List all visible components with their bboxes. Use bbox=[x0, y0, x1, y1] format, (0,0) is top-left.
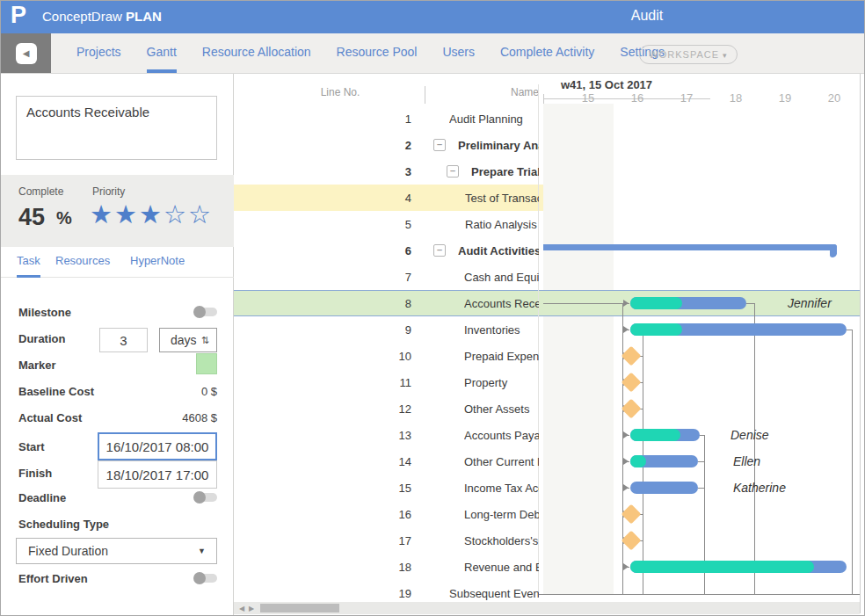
milestone-label: Milestone bbox=[18, 306, 71, 319]
task-name-cell: Long-term Debt bbox=[464, 508, 539, 521]
star-filled-icon[interactable]: ★ bbox=[139, 200, 164, 228]
duration-unit-select[interactable]: days ⇅ bbox=[159, 328, 217, 352]
finish-label: Finish bbox=[18, 467, 52, 480]
timeline-day-label: 16 bbox=[624, 91, 651, 105]
table-row[interactable]: 9Inventories bbox=[234, 316, 543, 343]
task-name-cell: Cash and Equivalents bbox=[464, 271, 539, 284]
timeline-week-label: w41, 15 Oct 2017 bbox=[561, 78, 652, 91]
marker-label: Marker bbox=[18, 359, 56, 372]
milestone-toggle[interactable] bbox=[196, 308, 217, 316]
task-name-cell: Audit Activities bbox=[458, 244, 539, 257]
nav-item-complete-activity[interactable]: Complete Activity bbox=[500, 33, 594, 73]
scheduling-type-select[interactable]: Fixed Duration ▼ bbox=[16, 538, 217, 564]
baseline-cost-value: 0 $ bbox=[133, 385, 217, 398]
table-row[interactable]: 18Revenue and Expenses bbox=[234, 554, 543, 580]
task-name-cell: Income Tax Accruals bbox=[464, 482, 539, 495]
task-bar[interactable] bbox=[630, 323, 847, 336]
dependency-connector bbox=[746, 303, 754, 304]
scroll-right-icon[interactable]: ▶ bbox=[249, 605, 254, 612]
summary-bar-end-hook bbox=[830, 244, 837, 257]
nav-item-resource-pool[interactable]: Resource Pool bbox=[337, 33, 418, 73]
star-empty-icon[interactable]: ☆ bbox=[188, 200, 213, 228]
marker-color-swatch[interactable] bbox=[196, 353, 217, 374]
table-row[interactable]: 16Long-term Debt bbox=[234, 501, 543, 527]
table-row[interactable]: 1Audit Planning bbox=[234, 105, 543, 132]
actual-cost-value: 4608 $ bbox=[133, 411, 217, 424]
priority-stars: ★★★☆☆ bbox=[90, 199, 213, 229]
table-row[interactable]: 6–Audit Activities bbox=[234, 237, 543, 264]
weekend-shading bbox=[543, 104, 614, 594]
task-bar[interactable] bbox=[630, 561, 847, 573]
spinner-icon: ⇅ bbox=[201, 335, 209, 346]
task-bar[interactable] bbox=[630, 297, 746, 309]
table-row[interactable]: 10Prepaid Expenses bbox=[234, 343, 543, 369]
dependency-connector bbox=[543, 303, 623, 304]
task-bar[interactable] bbox=[630, 455, 698, 467]
collapse-left-icon: ◀ bbox=[16, 43, 37, 64]
horizontal-scrollbar[interactable]: ◀ ▶ bbox=[234, 602, 860, 614]
timeline-day-label: 17 bbox=[673, 91, 700, 105]
nav-item-resource-allocation[interactable]: Resource Allocation bbox=[202, 33, 311, 73]
table-row[interactable]: 12Other Assets bbox=[234, 395, 543, 422]
table-row[interactable]: 13Accounts Payable bbox=[234, 422, 543, 448]
table-row[interactable]: 2–Preliminary Analysis bbox=[234, 132, 543, 158]
table-row[interactable]: 8Accounts Receivable bbox=[234, 290, 543, 316]
star-empty-icon[interactable]: ☆ bbox=[164, 200, 188, 228]
duration-input[interactable]: 3 bbox=[99, 328, 148, 352]
tab-hypernote[interactable]: HyperNote bbox=[130, 247, 185, 278]
task-name-input[interactable]: Accounts Receivable bbox=[16, 96, 217, 160]
milestone-diamond[interactable] bbox=[621, 399, 642, 419]
gantt-content: Line No. Name w41, 15 Oct 2017 ◀ ▶ 1Audi… bbox=[234, 74, 865, 616]
workspace-button[interactable]: WORKSPACE ▾ bbox=[639, 45, 738, 64]
deadline-toggle[interactable] bbox=[196, 493, 217, 502]
task-bar[interactable] bbox=[630, 429, 700, 441]
nav-item-projects[interactable]: Projects bbox=[76, 33, 121, 73]
app-window: P ConceptDraw PLAN Audit ◀ ProjectsGantt… bbox=[0, 0, 865, 616]
milestone-diamond[interactable] bbox=[621, 504, 642, 525]
resource-label: Jennifer bbox=[788, 296, 832, 310]
row-number: 15 bbox=[366, 482, 411, 495]
row-number: 11 bbox=[366, 376, 411, 389]
collapse-toggle-icon[interactable]: – bbox=[433, 244, 446, 257]
vertical-scrollbar-gutter[interactable] bbox=[860, 74, 865, 613]
table-row[interactable]: 11Property bbox=[234, 369, 543, 395]
nav-item-users[interactable]: Users bbox=[442, 33, 475, 73]
nav-item-gantt[interactable]: Gantt bbox=[147, 33, 177, 73]
table-row[interactable]: 15Income Tax Accruals bbox=[234, 475, 543, 501]
milestone-diamond[interactable] bbox=[621, 346, 642, 366]
star-filled-icon[interactable]: ★ bbox=[114, 200, 139, 228]
collapse-toggle-icon[interactable]: – bbox=[433, 139, 446, 151]
finish-date-input[interactable]: 18/10/2017 17:00 bbox=[98, 460, 217, 489]
table-row[interactable]: 5Ratio Analysis bbox=[234, 211, 543, 237]
table-row[interactable]: 14Other Current Liabilities bbox=[234, 448, 543, 475]
collapse-toggle-icon[interactable]: – bbox=[447, 165, 459, 178]
table-row[interactable]: 17Stockholders's Equity bbox=[234, 527, 543, 554]
task-bar[interactable] bbox=[630, 482, 698, 494]
table-row[interactable]: 3–Prepare Trial Balance bbox=[234, 158, 543, 185]
tab-resources[interactable]: Resources bbox=[55, 247, 110, 278]
star-filled-icon[interactable]: ★ bbox=[90, 200, 114, 228]
table-row[interactable]: 7Cash and Equivalents bbox=[234, 264, 543, 290]
complete-value: 45 bbox=[18, 204, 45, 231]
milestone-diamond[interactable] bbox=[621, 531, 642, 551]
scrollbar-thumb[interactable] bbox=[260, 604, 339, 612]
collapse-sidebar-button[interactable]: ◀ bbox=[1, 33, 51, 73]
row-number: 1 bbox=[366, 112, 411, 126]
dependency-connector bbox=[698, 488, 704, 489]
table-row[interactable]: 4Test of Transactions bbox=[234, 185, 543, 211]
dependency-connector bbox=[698, 461, 704, 462]
task-summary-block: Complete Priority 45 % ★★★☆☆ bbox=[1, 175, 234, 247]
row-number: 14 bbox=[366, 455, 411, 468]
task-name-cell: Preliminary Analysis bbox=[458, 139, 539, 152]
tab-task[interactable]: Task bbox=[17, 247, 40, 278]
task-panel: Accounts Receivable Complete Priority 45… bbox=[1, 74, 234, 616]
app-name: ConceptDraw bbox=[42, 9, 122, 24]
milestone-diamond[interactable] bbox=[621, 373, 642, 393]
conceptdraw-logo-icon: P bbox=[11, 2, 26, 29]
task-name-cell: Accounts Payable bbox=[464, 429, 539, 442]
start-date-input[interactable]: 16/10/2017 08:00 bbox=[98, 432, 217, 460]
row-number: 19 bbox=[366, 587, 411, 600]
summary-bar[interactable] bbox=[543, 244, 837, 250]
scroll-left-icon[interactable]: ◀ bbox=[239, 605, 244, 612]
effort-driven-toggle[interactable] bbox=[196, 574, 217, 583]
